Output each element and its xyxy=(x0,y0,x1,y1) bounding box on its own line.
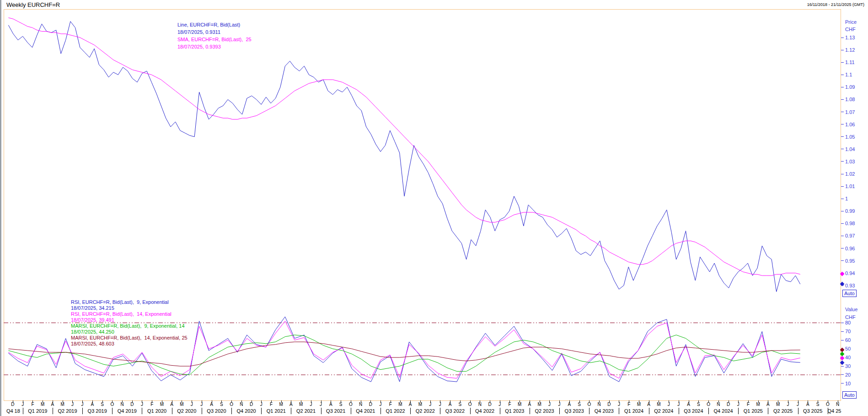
month-label: S xyxy=(219,402,224,407)
month-label: J xyxy=(437,402,443,407)
price-tick-dash-1.01 xyxy=(841,186,844,187)
price-tick-dash-1.12 xyxy=(841,50,844,50)
price-tick-dash-1.11 xyxy=(841,62,844,63)
month-label: J xyxy=(258,402,264,407)
month-label: A xyxy=(209,402,214,407)
price-tick-dash-1.03 xyxy=(841,161,844,162)
month-label: D xyxy=(606,402,612,407)
month-label: J xyxy=(666,402,671,407)
month-label: M xyxy=(656,402,661,407)
quarter-separator xyxy=(261,408,262,414)
month-label: J xyxy=(199,402,204,407)
month-label: F xyxy=(149,402,155,407)
month-label: J xyxy=(735,402,741,407)
price-series-line-0 xyxy=(8,22,800,292)
month-label: N xyxy=(716,402,721,407)
rsi-tick-dash-10 xyxy=(841,383,844,384)
price-tick-label-0.98: 0.98 xyxy=(845,221,855,226)
quarter-label: Q2 2020 xyxy=(177,408,196,414)
rsi-tick-dash-60 xyxy=(841,340,844,340)
quarter-label: Q3 2025 xyxy=(803,408,822,414)
quarter-label: Q4 2022 xyxy=(475,408,494,414)
month-label: F xyxy=(745,402,751,407)
quarter-separator xyxy=(708,408,709,414)
quarter-label: Q2 2022 xyxy=(416,408,435,414)
quarter-separator xyxy=(82,408,83,414)
month-label: J xyxy=(497,402,503,407)
month-label: O xyxy=(706,402,711,407)
month-label: J xyxy=(308,402,314,407)
quarter-separator xyxy=(351,408,351,414)
rsi-auto-scale-button[interactable]: Auto xyxy=(842,391,857,399)
quarter-label: Q4 2020 xyxy=(237,408,256,414)
quarter-label: Q4 25 xyxy=(827,408,841,414)
price-tick-dash-1.02 xyxy=(841,174,844,174)
month-label: F xyxy=(507,402,512,407)
month-label: M xyxy=(397,402,403,407)
price-legend-line-1: 18/07/2025, 0.9311 xyxy=(177,28,252,36)
rsi-legend-line-2: RSI, EURCHF=R, Bid(Last), 14, Exponentia… xyxy=(71,311,188,317)
month-label: S xyxy=(457,402,463,407)
quarter-separator xyxy=(410,408,411,414)
month-label: J xyxy=(676,402,681,407)
price-tick-label-1.05: 1.05 xyxy=(845,134,855,140)
price-auto-scale-button[interactable]: Auto xyxy=(842,290,857,297)
month-label: J xyxy=(318,402,324,407)
price-tick-dash-1.09 xyxy=(841,87,844,87)
price-tick-label-1.01: 1.01 xyxy=(845,184,855,189)
month-label: O xyxy=(586,402,592,407)
rsi-tick-label-10: 10 xyxy=(845,381,851,386)
month-label: S xyxy=(696,402,701,407)
month-label: M xyxy=(517,402,522,407)
chart-window: Weekly EURCHF=R 16/11/2018 - 21/11/2025 … xyxy=(0,0,868,416)
rsi-tick-dash-20 xyxy=(841,374,844,375)
quarter-separator xyxy=(172,408,172,414)
month-label: J xyxy=(20,402,26,407)
rsi-legend-line-3: 18/07/2025, 39.491 xyxy=(71,317,188,323)
quarter-separator xyxy=(798,408,798,414)
quarter-label: Q3 2021 xyxy=(326,408,345,414)
quarter-separator xyxy=(738,408,739,414)
price-tick-dash-0.97 xyxy=(841,236,844,236)
month-label: J xyxy=(70,402,75,407)
quarter-label: Q1 2024 xyxy=(624,408,643,414)
price-tick-label-0.94: 0.94 xyxy=(845,270,855,276)
month-label: J xyxy=(378,402,383,407)
rsi-legend-line-5: 18/07/2025, 44.250 xyxy=(71,329,188,335)
price-tick-label-1.09: 1.09 xyxy=(845,84,855,90)
month-label: F xyxy=(388,402,393,407)
month-label: A xyxy=(169,402,175,407)
quarter-separator xyxy=(23,408,23,414)
month-label: A xyxy=(567,402,572,407)
price-legend-line-2: SMA, EURCHF=R, Bid(Last), 25 xyxy=(177,36,252,43)
month-label: D xyxy=(249,402,254,407)
quarter-separator xyxy=(321,408,321,414)
price-tick-label-0.97: 0.97 xyxy=(845,233,855,238)
price-tick-label-1.1: 1.1 xyxy=(845,72,852,77)
month-label: O xyxy=(467,402,473,407)
price-series-line-1 xyxy=(8,18,800,276)
month-label: J xyxy=(80,402,85,407)
month-label: J xyxy=(428,402,433,407)
rsi-legend-line-6: MARSI, EURCHF=R, Bid(Last), 14, Exponent… xyxy=(71,335,188,341)
quarter-label: Q3 2023 xyxy=(565,408,584,414)
quarter-label: Q2 2024 xyxy=(654,408,673,414)
price-axis-caption-1: Price xyxy=(845,19,857,25)
price-tick-label-0.99: 0.99 xyxy=(845,208,855,214)
quarter-label: Q2 2023 xyxy=(535,408,554,414)
price-tick-label-0.96: 0.96 xyxy=(845,246,855,251)
month-label: D xyxy=(726,402,731,407)
quarter-separator xyxy=(53,408,53,414)
price-legend: Line, EURCHF=R, Bid(Last)18/07/2025, 0.9… xyxy=(177,21,252,50)
window-left-edge xyxy=(0,0,1,416)
page-title: Weekly EURCHF=R xyxy=(6,1,60,8)
price-axis-caption-2: CHF xyxy=(845,27,856,32)
price-tick-label-1.03: 1.03 xyxy=(845,159,855,164)
month-label: N xyxy=(596,402,602,407)
month-label: D xyxy=(129,402,135,407)
quarter-label: Q4 2023 xyxy=(595,408,614,414)
rsi-tick-label-60: 60 xyxy=(845,337,851,343)
price-tick-dash-0.99 xyxy=(841,211,844,211)
price-tick-dash-1.05 xyxy=(841,136,844,137)
rsi-legend: RSI, EURCHF=R, Bid(Last), 9, Exponential… xyxy=(71,299,188,347)
